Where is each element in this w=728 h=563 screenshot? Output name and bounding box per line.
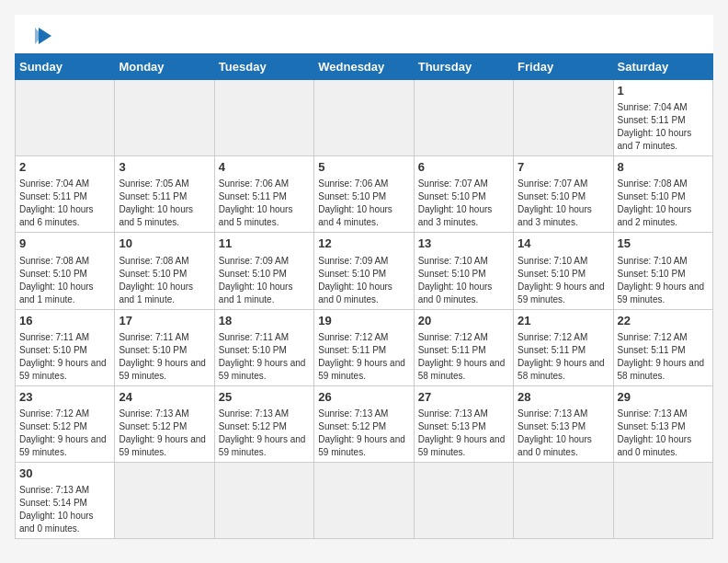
day-info: Sunrise: 7:10 AMSunset: 5:10 PMDaylight:… [518, 255, 609, 306]
day-number: 25 [219, 389, 310, 406]
weekday-header-wednesday: Wednesday [314, 54, 414, 80]
weekday-header-saturday: Saturday [613, 54, 712, 80]
day-info: Sunrise: 7:13 AMSunset: 5:13 PMDaylight:… [618, 408, 709, 459]
calendar-cell: 19Sunrise: 7:12 AMSunset: 5:11 PMDayligh… [314, 309, 414, 385]
calendar-cell: 26Sunrise: 7:13 AMSunset: 5:12 PMDayligh… [314, 385, 414, 462]
calendar-cell: 30Sunrise: 7:13 AMSunset: 5:14 PMDayligh… [16, 462, 115, 538]
calendar-cell: 15Sunrise: 7:10 AMSunset: 5:10 PMDayligh… [613, 233, 712, 309]
day-info: Sunrise: 7:11 AMSunset: 5:10 PMDaylight:… [19, 331, 110, 383]
day-number: 24 [119, 389, 210, 406]
calendar-cell [414, 80, 513, 156]
calendar-cell: 12Sunrise: 7:09 AMSunset: 5:10 PMDayligh… [314, 233, 414, 309]
logo [29, 26, 53, 46]
day-info: Sunrise: 7:11 AMSunset: 5:10 PMDaylight:… [119, 331, 210, 383]
header [15, 15, 713, 53]
day-number: 11 [219, 236, 310, 252]
calendar-cell [514, 80, 613, 156]
day-info: Sunrise: 7:12 AMSunset: 5:11 PMDaylight:… [518, 331, 609, 383]
day-number: 17 [119, 313, 210, 329]
day-info: Sunrise: 7:13 AMSunset: 5:13 PMDaylight:… [518, 408, 609, 459]
calendar-cell: 2Sunrise: 7:04 AMSunset: 5:11 PMDaylight… [16, 156, 115, 233]
weekday-header-monday: Monday [115, 54, 214, 80]
calendar-cell [314, 462, 414, 538]
calendar-cell: 17Sunrise: 7:11 AMSunset: 5:10 PMDayligh… [115, 309, 214, 385]
calendar-cell: 6Sunrise: 7:07 AMSunset: 5:10 PMDaylight… [414, 156, 513, 233]
week-row-6: 30Sunrise: 7:13 AMSunset: 5:14 PMDayligh… [16, 462, 713, 538]
calendar-cell: 9Sunrise: 7:08 AMSunset: 5:10 PMDaylight… [16, 233, 115, 309]
day-info: Sunrise: 7:13 AMSunset: 5:12 PMDaylight:… [318, 408, 409, 459]
calendar-cell [115, 80, 214, 156]
week-row-4: 16Sunrise: 7:11 AMSunset: 5:10 PMDayligh… [16, 309, 713, 385]
calendar-cell: 5Sunrise: 7:06 AMSunset: 5:10 PMDaylight… [314, 156, 414, 233]
calendar-cell [414, 462, 513, 538]
calendar-cell [115, 462, 214, 538]
logo-icon [33, 26, 53, 46]
day-info: Sunrise: 7:12 AMSunset: 5:11 PMDaylight:… [618, 331, 709, 383]
calendar-cell: 29Sunrise: 7:13 AMSunset: 5:13 PMDayligh… [613, 385, 712, 462]
day-number: 14 [518, 236, 609, 252]
weekday-header-friday: Friday [514, 54, 613, 80]
day-number: 19 [318, 313, 409, 329]
day-number: 29 [618, 389, 709, 406]
day-info: Sunrise: 7:11 AMSunset: 5:10 PMDaylight:… [219, 331, 310, 383]
week-row-2: 2Sunrise: 7:04 AMSunset: 5:11 PMDaylight… [16, 156, 713, 233]
day-info: Sunrise: 7:06 AMSunset: 5:11 PMDaylight:… [219, 178, 310, 229]
day-number: 6 [418, 159, 509, 176]
day-number: 26 [318, 389, 409, 406]
logo-wordmark [29, 26, 53, 46]
day-number: 10 [119, 236, 210, 252]
calendar-cell: 10Sunrise: 7:08 AMSunset: 5:10 PMDayligh… [115, 233, 214, 309]
day-info: Sunrise: 7:12 AMSunset: 5:11 PMDaylight:… [318, 331, 409, 383]
day-number: 18 [219, 313, 310, 329]
day-info: Sunrise: 7:07 AMSunset: 5:10 PMDaylight:… [518, 178, 609, 229]
day-number: 15 [618, 236, 709, 252]
calendar-page: SundayMondayTuesdayWednesdayThursdayFrid… [15, 15, 713, 539]
calendar-cell: 20Sunrise: 7:12 AMSunset: 5:11 PMDayligh… [414, 309, 513, 385]
calendar-cell: 24Sunrise: 7:13 AMSunset: 5:12 PMDayligh… [115, 385, 214, 462]
day-info: Sunrise: 7:08 AMSunset: 5:10 PMDaylight:… [119, 255, 210, 306]
calendar-cell: 1Sunrise: 7:04 AMSunset: 5:11 PMDaylight… [613, 80, 712, 156]
calendar-cell: 25Sunrise: 7:13 AMSunset: 5:12 PMDayligh… [214, 385, 313, 462]
calendar-cell: 21Sunrise: 7:12 AMSunset: 5:11 PMDayligh… [514, 309, 613, 385]
day-info: Sunrise: 7:04 AMSunset: 5:11 PMDaylight:… [618, 101, 709, 153]
calendar-cell: 23Sunrise: 7:12 AMSunset: 5:12 PMDayligh… [16, 385, 115, 462]
calendar-cell: 8Sunrise: 7:08 AMSunset: 5:10 PMDaylight… [613, 156, 712, 233]
day-number: 2 [19, 159, 110, 176]
day-number: 30 [19, 465, 110, 482]
calendar-cell [214, 80, 313, 156]
calendar-cell: 28Sunrise: 7:13 AMSunset: 5:13 PMDayligh… [514, 385, 613, 462]
day-info: Sunrise: 7:13 AMSunset: 5:13 PMDaylight:… [418, 408, 509, 459]
calendar-cell: 27Sunrise: 7:13 AMSunset: 5:13 PMDayligh… [414, 385, 513, 462]
week-row-3: 9Sunrise: 7:08 AMSunset: 5:10 PMDaylight… [16, 233, 713, 309]
weekday-header-sunday: Sunday [16, 54, 115, 80]
day-number: 13 [418, 236, 509, 252]
calendar-cell [514, 462, 613, 538]
day-number: 21 [518, 313, 609, 329]
day-number: 1 [618, 83, 709, 99]
day-number: 20 [418, 313, 509, 329]
day-info: Sunrise: 7:13 AMSunset: 5:12 PMDaylight:… [219, 408, 310, 459]
day-number: 27 [418, 389, 509, 406]
day-info: Sunrise: 7:04 AMSunset: 5:11 PMDaylight:… [19, 178, 110, 229]
weekday-header-tuesday: Tuesday [214, 54, 313, 80]
day-number: 8 [618, 159, 709, 176]
calendar-cell: 11Sunrise: 7:09 AMSunset: 5:10 PMDayligh… [214, 233, 313, 309]
calendar-cell: 18Sunrise: 7:11 AMSunset: 5:10 PMDayligh… [214, 309, 313, 385]
calendar-cell: 4Sunrise: 7:06 AMSunset: 5:11 PMDaylight… [214, 156, 313, 233]
calendar-cell [16, 80, 115, 156]
day-info: Sunrise: 7:09 AMSunset: 5:10 PMDaylight:… [318, 255, 409, 306]
calendar-cell: 13Sunrise: 7:10 AMSunset: 5:10 PMDayligh… [414, 233, 513, 309]
day-number: 4 [219, 159, 310, 176]
day-info: Sunrise: 7:12 AMSunset: 5:12 PMDaylight:… [19, 408, 110, 459]
day-number: 22 [618, 313, 709, 329]
day-info: Sunrise: 7:06 AMSunset: 5:10 PMDaylight:… [318, 178, 409, 229]
day-info: Sunrise: 7:07 AMSunset: 5:10 PMDaylight:… [418, 178, 509, 229]
week-row-1: 1Sunrise: 7:04 AMSunset: 5:11 PMDaylight… [16, 80, 713, 156]
day-number: 16 [19, 313, 110, 329]
day-number: 28 [518, 389, 609, 406]
weekday-header-row: SundayMondayTuesdayWednesdayThursdayFrid… [16, 54, 713, 80]
day-number: 9 [19, 236, 110, 252]
calendar-cell [214, 462, 313, 538]
day-info: Sunrise: 7:13 AMSunset: 5:14 PMDaylight:… [19, 484, 110, 535]
day-number: 23 [19, 389, 110, 406]
